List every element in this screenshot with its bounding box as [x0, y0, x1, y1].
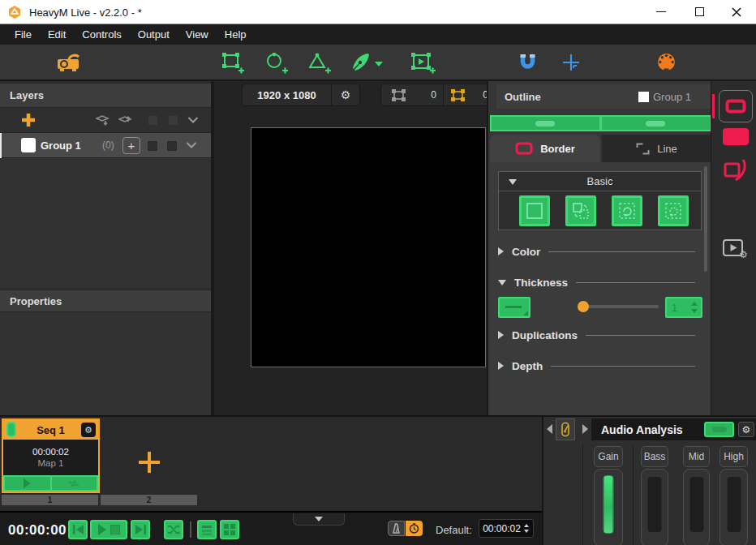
add-circle-icon[interactable]: [266, 53, 288, 74]
timeline-collapse-handle[interactable]: [293, 513, 345, 526]
transport-play-icon[interactable]: [98, 524, 106, 535]
sequence-bank-tab-2[interactable]: 2: [101, 495, 197, 505]
add-player-icon[interactable]: [410, 52, 436, 75]
thickness-style-button[interactable]: [498, 297, 530, 318]
outline-enable-bar[interactable]: [490, 115, 711, 131]
play-stop-button[interactable]: [90, 520, 127, 539]
default-duration-label: Default:: [436, 524, 472, 536]
audio-panel-prev-arrow[interactable]: [547, 424, 552, 434]
audio-settings-button[interactable]: ⚙: [738, 422, 754, 437]
duplications-collapse-icon[interactable]: [498, 331, 504, 339]
audio-analysis-panel: Audio Analysis ⚙ Gain Bass Mid: [542, 415, 756, 545]
menu-file[interactable]: File: [6, 24, 40, 45]
transport-stop-icon[interactable]: [110, 525, 120, 534]
thickness-slider-track[interactable]: [579, 305, 659, 308]
add-layer-icon[interactable]: [21, 113, 36, 127]
tab-line[interactable]: Line: [602, 135, 711, 162]
mapping-workspace[interactable]: 1920 x 1080 ⚙ 0 0: [214, 81, 487, 415]
output-resolution-box[interactable]: 1920 x 1080 ⚙: [242, 84, 360, 106]
meter-gain-level: [604, 475, 614, 534]
move-layer-up-icon[interactable]: [118, 114, 132, 127]
sequence-cell-1[interactable]: Seq 1 ⚙ 00:00:02 Map 1: [2, 418, 100, 493]
layer-collapse-icon[interactable]: [186, 142, 197, 148]
thickness-section-header[interactable]: Thickness: [498, 274, 705, 290]
depth-collapse-icon[interactable]: [498, 362, 504, 370]
duration-mode-timer-button[interactable]: [406, 521, 423, 536]
layers-collapse-all-icon[interactable]: [187, 117, 199, 123]
color-section-header[interactable]: Color: [498, 243, 705, 260]
pen-tool-dropdown-icon[interactable]: [375, 62, 383, 67]
outline-group-swatch: [638, 92, 649, 102]
menu-controls[interactable]: Controls: [74, 24, 129, 45]
properties-panel-title: Properties: [10, 295, 62, 307]
menu-help[interactable]: Help: [217, 24, 255, 45]
thickness-slider-knob[interactable]: [578, 301, 589, 312]
panel-scrollbar[interactable]: [704, 166, 707, 272]
next-sequence-button[interactable]: [131, 520, 150, 539]
menu-edit[interactable]: Edit: [40, 24, 74, 45]
play-mode-list-button[interactable]: [197, 520, 217, 539]
duration-mode-meter-button[interactable]: [388, 521, 405, 536]
layers-solo-all-icon[interactable]: [148, 116, 157, 125]
tab-border[interactable]: Border: [490, 135, 600, 162]
line-enable-toggle[interactable]: [646, 121, 665, 127]
thickness-spin-down-icon[interactable]: [691, 309, 698, 313]
layer-mute-icon[interactable]: [167, 141, 177, 151]
audio-panel-next-arrow[interactable]: [582, 424, 588, 434]
layer-solo-icon[interactable]: [148, 141, 157, 151]
preset-rotate-dashed-border-button[interactable]: [658, 195, 689, 226]
maximize-button[interactable]: [681, 0, 717, 24]
selected-quad-count: 0: [466, 89, 487, 101]
sequence-body[interactable]: 00:00:02 Map 1: [3, 440, 98, 475]
thickness-spin-up-icon[interactable]: [691, 302, 698, 306]
basic-presets-header[interactable]: Basic: [498, 171, 702, 191]
layer-name[interactable]: Group 1: [41, 139, 81, 152]
add-test-point-icon[interactable]: [562, 54, 580, 72]
thickness-collapse-icon[interactable]: [498, 280, 506, 285]
menu-view[interactable]: View: [178, 24, 217, 45]
layer-row-group1[interactable]: Group 1 (0) +: [0, 133, 211, 158]
sequence-play-button[interactable]: [5, 477, 50, 490]
preset-swap-border-button[interactable]: [565, 195, 596, 226]
sequence-bank-tab-1[interactable]: 1: [2, 495, 98, 505]
shuffle-button[interactable]: [164, 520, 183, 539]
projector-output-icon[interactable]: [57, 53, 81, 73]
border-enable-toggle[interactable]: [535, 121, 555, 127]
add-shape-to-layer-button[interactable]: +: [122, 137, 140, 154]
add-quad-icon[interactable]: [222, 53, 244, 74]
add-sequence-icon[interactable]: [137, 450, 161, 474]
magnet-snap-icon[interactable]: [519, 54, 536, 72]
add-triangle-icon[interactable]: [309, 53, 331, 74]
menu-output[interactable]: Output: [130, 24, 178, 45]
play-mode-grid-button[interactable]: [220, 520, 239, 539]
basic-collapse-icon[interactable]: [509, 179, 517, 185]
pen-tool-icon[interactable]: [351, 52, 371, 73]
preset-static-border-button[interactable]: [519, 195, 550, 226]
close-button[interactable]: [719, 0, 754, 24]
sequence-header[interactable]: Seq 1 ⚙: [3, 420, 98, 440]
sequence-settings-button[interactable]: ⚙: [81, 423, 96, 437]
move-layer-down-icon[interactable]: [96, 114, 110, 127]
previous-sequence-button[interactable]: [68, 520, 88, 539]
thickness-value-input[interactable]: 1: [665, 297, 702, 318]
rail-outline-button[interactable]: [719, 90, 753, 122]
duplications-section-header[interactable]: Duplications: [498, 327, 705, 343]
audio-analysis-toggle[interactable]: [704, 422, 734, 437]
rail-player-settings-button[interactable]: ⚙: [722, 238, 748, 262]
sequence-loop-button[interactable]: [52, 477, 97, 490]
rail-fill-button[interactable]: [723, 128, 749, 145]
layers-mute-all-icon[interactable]: [169, 116, 178, 125]
preset-rotate-border-button[interactable]: [612, 195, 642, 226]
default-duration-input[interactable]: 00:00:02: [479, 519, 534, 538]
color-collapse-icon[interactable]: [498, 247, 504, 255]
duplications-section-rule: [586, 335, 695, 336]
layer-color-swatch[interactable]: [21, 138, 36, 152]
audio-meter-tab[interactable]: [556, 418, 575, 440]
minimize-button[interactable]: [643, 0, 679, 24]
resolution-settings-gear-icon[interactable]: ⚙: [332, 89, 359, 101]
output-canvas[interactable]: [251, 127, 486, 367]
default-duration-spinners[interactable]: [524, 524, 529, 533]
midi-icon[interactable]: [657, 53, 676, 71]
depth-section-header[interactable]: Depth: [498, 358, 705, 374]
rail-effects-button[interactable]: [722, 157, 750, 185]
